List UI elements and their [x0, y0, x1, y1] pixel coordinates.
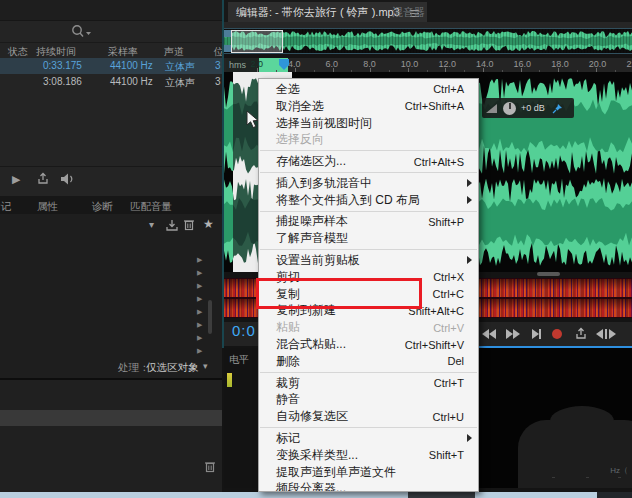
- tree-expand-arrow[interactable]: ▶: [197, 282, 202, 290]
- column-header[interactable]: 采样率: [108, 45, 138, 59]
- tree-expand-arrow[interactable]: ▶: [197, 308, 202, 316]
- tree-expand-arrow[interactable]: ▶: [197, 334, 202, 342]
- rewind-button[interactable]: [482, 327, 496, 341]
- column-header[interactable]: 持续时间: [36, 45, 76, 59]
- waveform-overview[interactable]: [224, 28, 632, 54]
- ruler-tick-label: 18.0: [551, 59, 569, 69]
- skip-next-button[interactable]: [532, 327, 541, 341]
- taskbar-window-button[interactable]: [408, 492, 475, 498]
- tree-expand-arrow[interactable]: ▶: [197, 295, 202, 303]
- tree-expand-arrow[interactable]: ▶: [197, 256, 202, 264]
- time-display: 0:0: [232, 322, 256, 339]
- export-button[interactable]: [574, 327, 588, 341]
- audition-window: 状态持续时间采样率声道位 0:33.17544100 Hz立体声33:08.18…: [0, 0, 632, 498]
- process-caret-icon[interactable]: ▾: [203, 361, 208, 371]
- trash-icon[interactable]: [204, 460, 216, 473]
- fast-forward-button[interactable]: [506, 327, 520, 341]
- panel-tab-1[interactable]: 标记: [0, 200, 11, 214]
- menu-item[interactable]: 选择反向: [259, 131, 478, 148]
- file-row[interactable]: 0:33.17544100 Hz立体声3: [0, 58, 222, 74]
- tree-expand-arrow[interactable]: ▶: [197, 347, 202, 355]
- menu-item[interactable]: 存储选区为...Ctrl+Alt+S: [259, 153, 478, 170]
- panel-tab-4[interactable]: 匹配音量: [130, 200, 172, 214]
- taskbar-window-button[interactable]: [597, 492, 632, 498]
- menu-separator: [260, 249, 477, 250]
- menu-item[interactable]: 粘贴Ctrl+V: [259, 319, 478, 336]
- overview-left-handle-top[interactable]: [224, 30, 231, 37]
- menu-separator: [260, 372, 477, 373]
- pin-icon[interactable]: [552, 103, 563, 114]
- tree-expand-arrow[interactable]: ▶: [197, 321, 202, 329]
- speaker-icon[interactable]: [60, 172, 76, 186]
- timeline-ruler[interactable]: hms 2.04.06.08.010.012.014.016.018.020.0…: [224, 58, 632, 72]
- menu-separator: [260, 211, 477, 212]
- menu-item[interactable]: 删除Del: [259, 353, 478, 370]
- process-value-dropdown[interactable]: 仅选区对象: [146, 361, 199, 375]
- windows-taskbar[interactable]: [0, 492, 632, 498]
- submenu-arrow-icon: [467, 179, 472, 187]
- panel-subtoolbar: ▾ ★: [0, 216, 222, 238]
- menu-item[interactable]: 提取声道到单声道文件: [259, 464, 478, 481]
- editor-tab-bar: 编辑器: - 带你去旅行 ( 铃声 ).mp3 混音器: [224, 0, 632, 22]
- bottom-left-panel: [0, 378, 222, 494]
- export-button[interactable]: [36, 172, 50, 186]
- menu-item-label: 自动修复选区: [259, 408, 348, 425]
- menu-shortcut: Del: [447, 355, 464, 367]
- file-row[interactable]: 3:08.18644100 Hz立体声3: [0, 74, 222, 90]
- gain-hud[interactable]: +0 dB: [482, 98, 574, 118]
- menu-item-label: 了解声音模型: [259, 230, 348, 247]
- column-header[interactable]: 声道: [164, 45, 184, 59]
- menu-item[interactable]: 捕捉噪声样本Shift+P: [259, 214, 478, 231]
- panel-tab-2[interactable]: 属性: [37, 200, 58, 214]
- tab-mixer[interactable]: 混音器: [392, 2, 425, 22]
- menu-item[interactable]: 全选Ctrl+A: [259, 81, 478, 98]
- star-icon[interactable]: ★: [203, 217, 214, 231]
- menu-item[interactable]: 混合式粘贴...Ctrl+Shift+V: [259, 336, 478, 353]
- menu-shortcut: Ctrl+Shift+V: [405, 339, 464, 351]
- gain-knob[interactable]: [503, 102, 516, 115]
- menu-shortcut: Ctrl+T: [434, 377, 464, 389]
- ruler-tick-label: 10.0: [401, 59, 419, 69]
- panel-divider-handle[interactable]: [537, 272, 560, 276]
- column-header[interactable]: 状态: [8, 45, 28, 59]
- overview-texture: [224, 29, 632, 53]
- menu-item[interactable]: 设置当前剪贴板: [259, 252, 478, 269]
- trash-icon[interactable]: [183, 218, 195, 231]
- file-cell: 3:08.186: [43, 76, 82, 87]
- panel-tab-bar: 标记属性诊断匹配音量: [0, 196, 222, 214]
- overview-range-box[interactable]: [231, 30, 283, 53]
- process-label: 处理：: [118, 361, 150, 375]
- file-cell: 3: [215, 76, 221, 87]
- properties-panel: 标记属性诊断匹配音量 ▾ ★ ▶▶▶▶▶▶▶▶ 处理：: [0, 196, 222, 378]
- menu-item-label: 设置当前剪贴板: [259, 252, 360, 269]
- menu-item[interactable]: 静音: [259, 392, 478, 409]
- spread-zoom-icon[interactable]: [596, 327, 616, 341]
- menu-item[interactable]: 选择当前视图时间: [259, 115, 478, 132]
- scrollbar-thumb[interactable]: [208, 300, 212, 334]
- dropdown-caret-icon[interactable]: ▾: [149, 219, 154, 230]
- selected-row[interactable]: [0, 410, 222, 426]
- file-cell: 44100 Hz: [110, 60, 153, 71]
- overview-left-handle-bottom[interactable]: [224, 45, 231, 52]
- menu-item[interactable]: 取消全选Ctrl+Shift+A: [259, 98, 478, 115]
- file-cell: 44100 Hz: [110, 76, 153, 87]
- menu-item[interactable]: 变换采样类型...Shift+T: [259, 447, 478, 464]
- menu-shortcut: Ctrl+C: [433, 288, 464, 300]
- highlight-annotation-box: [256, 278, 422, 309]
- record-button[interactable]: [552, 327, 562, 341]
- search-icon[interactable]: [70, 24, 94, 38]
- menu-item[interactable]: 频段分离器...: [259, 481, 478, 492]
- import-icon[interactable]: [165, 219, 179, 232]
- menu-item[interactable]: 裁剪Ctrl+T: [259, 375, 478, 392]
- menu-item[interactable]: 标记: [259, 430, 478, 447]
- menu-item[interactable]: 将整个文件插入到 CD 布局: [259, 192, 478, 209]
- menu-item[interactable]: 了解声音模型: [259, 230, 478, 247]
- play-button[interactable]: ▶: [12, 173, 20, 186]
- tree-expand-arrow[interactable]: ▶: [197, 269, 202, 277]
- menu-item[interactable]: 插入到多轨混音中: [259, 175, 478, 192]
- analysis-curve: [550, 406, 614, 436]
- panel-tab-3[interactable]: 诊断: [92, 200, 113, 214]
- gain-value: +0 dB: [521, 103, 545, 113]
- menu-item[interactable]: 自动修复选区Ctrl+U: [259, 408, 478, 425]
- menu-shortcut: Ctrl+V: [433, 322, 464, 334]
